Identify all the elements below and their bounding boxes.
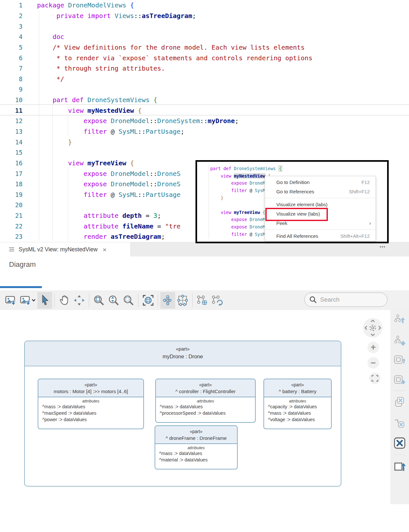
frame-export-button[interactable] <box>393 353 406 366</box>
close-icon[interactable]: × <box>103 246 107 253</box>
fit-screen-button[interactable] <box>141 292 156 309</box>
export-selection-icon <box>393 460 406 472</box>
pan-wheel-control[interactable] <box>363 318 383 338</box>
layout-reset-button[interactable] <box>210 292 224 309</box>
sidebar-separator <box>394 455 405 455</box>
tab-sysml-view[interactable]: SysML v2 View: myNestedView × <box>0 242 130 256</box>
code-line[interactable]: 3 <box>0 21 409 32</box>
menu-item-label: Peek <box>265 220 287 226</box>
cursor-icon <box>40 295 50 306</box>
fit-screen-icon <box>142 294 154 306</box>
menu-item-visualize-element-labs-: Visualize element (labs) <box>265 200 376 209</box>
code-line[interactable]: 2 private import Views::asTreeDiagram; <box>0 11 409 21</box>
zoom-box-button[interactable] <box>91 292 106 309</box>
attribute-row: ^capacity :> dataValues <box>264 403 331 410</box>
code-line[interactable]: 1package DroneModelViews { <box>0 0 409 11</box>
attribute-row: ^mass :> dataValues <box>156 403 255 410</box>
remove-linked-icon <box>394 417 406 429</box>
attribute-row: ^mass :> dataValues <box>155 450 237 457</box>
part-node-controller[interactable]: «part»^ controller : FlightControlleratt… <box>155 379 256 423</box>
attribute-row: ^processorSpeed :> dataValues <box>156 410 255 416</box>
menu-item-go-to-definition: Go to DefinitionF12 <box>265 178 376 187</box>
move-button[interactable] <box>72 292 87 309</box>
part-name: myDrone : Drone <box>25 353 341 360</box>
chevron-down-icon[interactable] <box>32 298 37 302</box>
search-input[interactable] <box>319 296 382 304</box>
line-number: 8 <box>0 75 31 82</box>
layout-reset-icon <box>211 295 223 306</box>
zoom-vertical-button[interactable] <box>106 292 121 309</box>
tab-diagram[interactable]: Diagram <box>9 260 36 269</box>
tree-collapse-button[interactable] <box>393 334 406 347</box>
code-line[interactable]: 13 filter @ SysML::PartUsage; <box>0 126 409 137</box>
part-node-header: «part» myDrone : Drone <box>25 341 341 366</box>
plus-icon: + <box>371 343 376 353</box>
layout-graph-icon <box>162 295 174 306</box>
code-line[interactable]: 15 <box>0 147 409 158</box>
code-line[interactable]: 14 } <box>0 137 409 147</box>
search-box[interactable] <box>304 293 387 307</box>
line-number: 4 <box>0 33 31 40</box>
attribute-row: ^voltage :> dataValues <box>264 416 331 423</box>
active-tab-indicator <box>0 286 42 288</box>
export-image-options-icon <box>20 295 31 306</box>
line-number: 20 <box>0 201 31 208</box>
part-node-motors[interactable]: «part»motors : Motor [4] :>> motors [4..… <box>38 379 144 429</box>
export-image-button[interactable] <box>3 292 18 309</box>
zoom-vertical-icon <box>108 295 119 306</box>
export-image-options-button[interactable] <box>18 292 33 309</box>
code-line[interactable]: 12 expose DroneModel::DroneSystem::myDro… <box>0 116 409 126</box>
code-line[interactable]: 8 */ <box>0 73 409 84</box>
delete-element-button[interactable] <box>393 437 406 450</box>
line-number: 19 <box>0 191 31 198</box>
zoom-out-button[interactable]: − <box>367 357 379 369</box>
menu-shortcut: Shift+Alt+F12 <box>340 233 376 239</box>
menu-separator <box>265 228 376 231</box>
submenu-chevron-icon: › <box>369 220 376 227</box>
remove-copies-button[interactable] <box>393 395 406 408</box>
part-node-header: «part»^ droneFrame : DroneFrame <box>155 426 237 444</box>
code-line[interactable]: 7 * through string attributes. <box>0 63 409 74</box>
code-line[interactable]: 5 /* View definitions for the drone mode… <box>0 42 409 53</box>
tree-collapse-icon <box>393 335 406 347</box>
stereotype-label: «part» <box>265 382 330 387</box>
menu-separator <box>265 196 376 200</box>
tree-export-button[interactable] <box>393 313 406 326</box>
part-name: ^ droneFrame : DroneFrame <box>157 435 236 441</box>
layout-contained-icon <box>177 295 188 306</box>
part-node-header: «part»^ controller : FlightController <box>156 379 255 397</box>
menu-item-label: Visualize element (labs) <box>265 202 328 207</box>
search-icon <box>309 296 317 304</box>
minus-icon: − <box>371 358 376 368</box>
indent-guide <box>39 11 39 240</box>
toolbar-separator <box>54 294 55 307</box>
fullscreen-button[interactable] <box>369 372 381 384</box>
part-node-myDrone[interactable]: «part» myDrone : Drone «part»motors : Mo… <box>24 341 341 487</box>
part-name: ^ battery : Battery <box>265 389 330 394</box>
code-line[interactable]: 4 doc <box>0 32 409 42</box>
pan-hand-button[interactable] <box>57 292 72 309</box>
menu-item-label: Go to References <box>265 189 314 194</box>
part-node-header: «part»^ battery : Battery <box>264 379 331 397</box>
code-line[interactable]: 6 * to render via `expose` statements an… <box>0 53 409 63</box>
part-node-droneFrame[interactable]: «part»^ droneFrame : DroneFrameattribute… <box>155 425 238 469</box>
layout-globe-icon <box>196 295 208 306</box>
stereotype-label: «part» <box>157 429 236 434</box>
layout-globe-button[interactable] <box>195 292 210 309</box>
line-number: 10 <box>0 96 31 103</box>
attributes-label: attributes <box>156 399 255 403</box>
code-line[interactable]: 10 part def DroneSystemViews { <box>0 95 409 105</box>
line-number: 2 <box>0 12 31 19</box>
zoom-in-button[interactable]: + <box>367 342 379 353</box>
export-selection-button[interactable] <box>393 459 406 472</box>
line-number: 16 <box>0 160 31 167</box>
remove-linked-button[interactable] <box>393 417 406 430</box>
code-line[interactable]: 9 <box>0 84 409 95</box>
tab-overflow-icon[interactable]: ⋯ <box>379 243 386 250</box>
layout-graph-button[interactable] <box>160 292 175 309</box>
part-node-battery[interactable]: «part»^ battery : Batteryattributes^capa… <box>263 379 332 429</box>
zoom-selection-button[interactable] <box>121 292 136 309</box>
cursor-button[interactable] <box>37 292 52 309</box>
frame-collapse-button[interactable] <box>393 373 406 386</box>
layout-contained-button[interactable] <box>175 292 190 309</box>
